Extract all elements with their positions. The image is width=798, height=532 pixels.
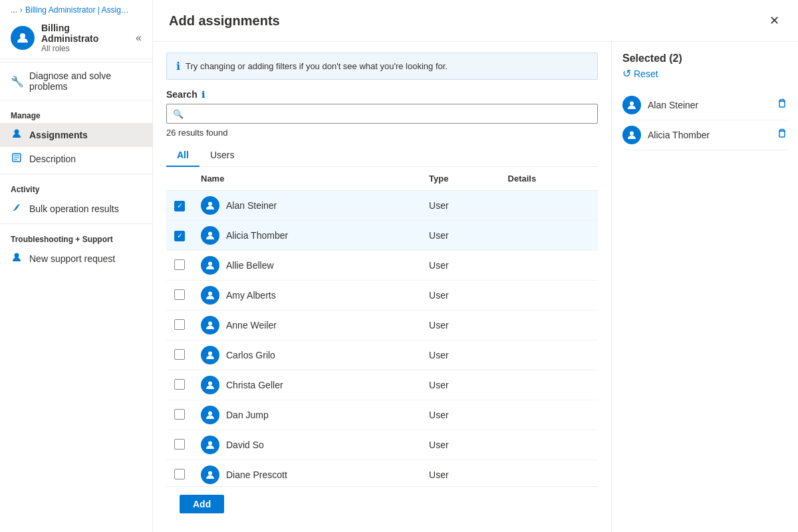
checkbox-unchecked[interactable] — [174, 379, 185, 390]
search-input[interactable] — [166, 104, 598, 124]
details-cell — [500, 311, 598, 340]
modal-title: Add assignments — [169, 13, 280, 29]
name-cell: Carlos Grilo — [193, 340, 421, 370]
svg-point-7 — [15, 253, 19, 258]
modal-header: Add assignments ✕ — [153, 0, 798, 42]
table-header-row: Name Type Details — [166, 167, 598, 191]
sidebar-title: Billing Administrato — [41, 23, 129, 44]
reset-button[interactable]: ↺ Reset — [622, 67, 787, 80]
delete-icon[interactable] — [777, 98, 787, 112]
details-cell — [500, 400, 598, 430]
sidebar-item-new-support[interactable]: New support request — [0, 247, 152, 271]
tab-users[interactable]: Users — [200, 144, 245, 167]
selected-user-avatar — [622, 96, 641, 114]
checkbox-cell[interactable] — [166, 281, 193, 311]
selected-item-name: Alan Steiner — [648, 100, 770, 110]
checkbox-unchecked[interactable] — [174, 469, 185, 479]
table-row[interactable]: Anne Weiler User — [166, 311, 598, 340]
sidebar-item-label: Bulk operation results — [29, 203, 119, 214]
svg-point-10 — [208, 262, 212, 266]
user-avatar — [201, 256, 219, 275]
divider — [0, 62, 152, 63]
checkbox-cell[interactable] — [166, 430, 193, 460]
table-row[interactable]: ✓ Alan Steiner User — [166, 191, 598, 221]
svg-rect-19 — [779, 101, 785, 107]
table-row[interactable]: ✓ Alicia Thomber User — [166, 221, 598, 251]
search-info-icon[interactable]: ℹ — [201, 90, 205, 100]
table-row[interactable]: Dan Jump User — [166, 400, 598, 430]
name-cell: Allie Bellew — [193, 251, 421, 281]
main-area: Add assignments ✕ ℹ Try changing or addi… — [153, 0, 798, 532]
info-icon: ℹ — [176, 60, 180, 72]
sidebar-item-label: Assignments — [29, 130, 88, 140]
checkbox-unchecked[interactable] — [174, 319, 185, 330]
avatar — [11, 26, 35, 50]
selected-item-name: Alicia Thomber — [648, 130, 770, 140]
name-cell: Alan Steiner — [193, 191, 421, 221]
checkbox-cell[interactable]: ✓ — [166, 221, 193, 251]
sidebar-item-diagnose[interactable]: 🔧 Diagnose and solve problems — [0, 65, 152, 97]
wrench-icon: 🔧 — [11, 75, 23, 88]
checkbox-checked[interactable]: ✓ — [174, 201, 185, 211]
sidebar-item-description[interactable]: Description — [0, 147, 152, 171]
user-avatar — [201, 436, 219, 454]
sidebar-item-bulk-operation[interactable]: Bulk operation results — [0, 197, 152, 221]
delete-icon[interactable] — [777, 128, 787, 142]
svg-rect-21 — [779, 131, 785, 137]
checkbox-unchecked[interactable] — [174, 439, 185, 450]
name-cell: Dan Jump — [193, 400, 421, 430]
checkbox-checked[interactable]: ✓ — [174, 231, 185, 241]
table-row[interactable]: David So User — [166, 430, 598, 460]
user-name: Allie Bellew — [226, 260, 274, 271]
user-name: Carlos Grilo — [226, 350, 275, 360]
sidebar-item-label: Description — [29, 154, 76, 164]
search-label-text: Search — [166, 89, 198, 100]
svg-point-18 — [630, 102, 634, 106]
name-cell: Christa Geller — [193, 370, 421, 400]
table-row[interactable]: Christa Geller User — [166, 370, 598, 400]
user-name: Alan Steiner — [226, 200, 277, 211]
checkbox-cell[interactable] — [166, 251, 193, 281]
add-assignments-modal: Add assignments ✕ ℹ Try changing or addi… — [153, 0, 798, 532]
checkbox-cell[interactable] — [166, 460, 193, 487]
type-cell: User — [421, 460, 499, 487]
table-row[interactable]: Carlos Grilo User — [166, 340, 598, 370]
close-button[interactable]: ✕ — [767, 11, 782, 31]
table-row[interactable]: Allie Bellew User — [166, 251, 598, 281]
users-table: Name Type Details ✓ Alan Steiner User — [166, 167, 598, 486]
description-icon — [11, 152, 23, 166]
type-cell: User — [421, 281, 499, 311]
details-cell — [500, 281, 598, 311]
table-row[interactable]: Amy Alberts User — [166, 281, 598, 311]
checkbox-unchecked[interactable] — [174, 409, 185, 420]
user-avatar — [201, 226, 219, 245]
type-cell: User — [421, 221, 499, 251]
details-cell — [500, 460, 598, 487]
checkbox-cell[interactable] — [166, 370, 193, 400]
add-button[interactable]: Add — [180, 495, 224, 513]
tab-all[interactable]: All — [166, 144, 200, 167]
breadcrumb-link[interactable]: Billing Administrator | Assignme — [25, 5, 132, 15]
checkbox-unchecked[interactable] — [174, 349, 185, 360]
collapse-button[interactable]: « — [136, 32, 142, 44]
checkbox-cell[interactable] — [166, 340, 193, 370]
checkbox-unchecked[interactable] — [174, 259, 185, 270]
svg-point-17 — [208, 471, 212, 475]
checkbox-unchecked[interactable] — [174, 289, 185, 300]
support-icon — [11, 252, 23, 265]
table-row[interactable]: Diane Prescott User — [166, 460, 598, 487]
selected-user-avatar — [622, 126, 641, 144]
table-container: Name Type Details ✓ Alan Steiner User — [166, 167, 598, 486]
sidebar-header: Billing Administrato All roles « — [0, 15, 152, 59]
col-checkbox — [166, 167, 193, 191]
breadcrumb-more[interactable]: ... — [11, 5, 17, 15]
details-cell — [500, 430, 598, 460]
checkbox-cell[interactable]: ✓ — [166, 191, 193, 221]
checkbox-cell[interactable] — [166, 400, 193, 430]
user-avatar — [201, 346, 219, 364]
type-cell: User — [421, 191, 499, 221]
details-cell — [500, 370, 598, 400]
user-avatar — [201, 286, 219, 305]
sidebar-item-assignments[interactable]: Assignments — [0, 123, 152, 147]
checkbox-cell[interactable] — [166, 311, 193, 340]
